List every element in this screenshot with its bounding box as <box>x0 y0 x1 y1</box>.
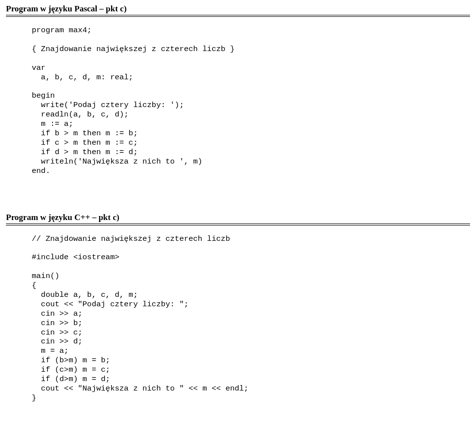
section-gap <box>6 176 470 213</box>
cpp-heading: Program w języku C++ – pkt c) <box>6 213 470 223</box>
pascal-section: Program w języku Pascal – pkt c) program… <box>6 4 470 176</box>
divider <box>6 224 470 225</box>
pascal-code: program max4; { Znajdowanie największej … <box>32 26 470 176</box>
cpp-code: // Znajdowanie największej z czterech li… <box>32 234 470 403</box>
divider <box>6 15 470 17</box>
cpp-section: Program w języku C++ – pkt c) // Znajdow… <box>6 213 470 403</box>
pascal-heading: Program w języku Pascal – pkt c) <box>6 4 470 14</box>
